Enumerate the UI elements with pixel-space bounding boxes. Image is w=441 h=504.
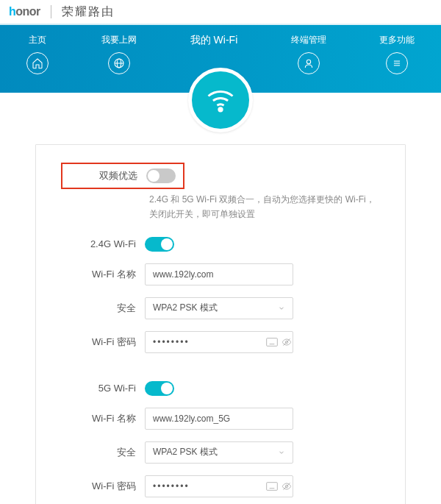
band24-name-row: Wi-Fi 名称	[61, 263, 380, 285]
dual-band-label: 双频优选	[67, 169, 146, 182]
band24-security-select[interactable]: WPA2 PSK 模式	[145, 297, 293, 319]
dual-band-highlight: 双频优选	[61, 163, 184, 189]
band5-password-input[interactable]	[153, 481, 263, 491]
nav-item-internet[interactable]: 我要上网	[101, 34, 137, 74]
band5-title: 5G Wi-Fi	[61, 383, 145, 394]
band24-password-input[interactable]	[153, 337, 263, 347]
band24-name-label: Wi-Fi 名称	[61, 268, 145, 281]
nav-item-home[interactable]: 主页	[26, 34, 49, 74]
band5-security-select[interactable]: WPA2 PSK 模式	[145, 441, 293, 464]
band5-security-value: WPA2 PSK 模式	[153, 446, 218, 458]
settings-card: 双频优选 2.4G 和 5G Wi-Fi 双频合一，自动为您选择更快的 Wi-F…	[35, 144, 406, 504]
band24-security-label: 安全	[61, 302, 145, 315]
nav-label: 更多功能	[379, 34, 415, 46]
nav-label: 我的 Wi-Fi	[190, 34, 238, 47]
dual-band-row: 双频优选	[61, 163, 380, 189]
band24-password-label: Wi-Fi 密码	[61, 336, 145, 349]
band24-password-wrap	[145, 331, 293, 353]
svg-rect-8	[267, 338, 278, 346]
band24-enable-row: 2.4G Wi-Fi	[61, 237, 380, 252]
svg-point-7	[219, 108, 222, 111]
band24-name-input[interactable]	[145, 263, 293, 285]
band24-toggle[interactable]	[145, 237, 174, 252]
nav-label: 主页	[29, 34, 46, 46]
nav-item-more[interactable]: 更多功能	[379, 34, 415, 74]
eye-off-icon[interactable]	[281, 337, 293, 347]
svg-point-3	[306, 60, 310, 63]
home-icon	[26, 52, 49, 74]
menu-icon	[386, 52, 408, 74]
chevron-down-icon	[278, 449, 285, 456]
globe-icon	[108, 52, 130, 74]
band5-password-row: Wi-Fi 密码	[61, 475, 380, 497]
chevron-down-icon	[278, 305, 285, 312]
nav-label: 我要上网	[101, 34, 137, 46]
header-divider	[51, 5, 51, 18]
keyboard-icon[interactable]	[266, 481, 278, 491]
band5-password-wrap	[145, 475, 293, 497]
user-icon	[298, 52, 320, 74]
band24-title: 2.4G Wi-Fi	[61, 238, 145, 249]
band5-enable-row: 5G Wi-Fi	[61, 381, 380, 396]
main-nav: 主页 我要上网 我的 Wi-Fi 终端管理 更多功能	[0, 25, 441, 93]
wifi-hero-icon	[188, 68, 253, 132]
band24-security-row: 安全 WPA2 PSK 模式	[61, 297, 380, 319]
band5-security-label: 安全	[61, 446, 145, 459]
svg-rect-16	[267, 482, 278, 490]
band24-security-value: WPA2 PSK 模式	[153, 302, 218, 314]
nav-label: 终端管理	[291, 34, 326, 46]
nav-item-wifi[interactable]: 我的 Wi-Fi	[190, 34, 238, 53]
band24-password-row: Wi-Fi 密码	[61, 331, 380, 353]
logo-honor: honor	[9, 5, 40, 18]
band5-password-label: Wi-Fi 密码	[61, 480, 145, 493]
dual-band-description: 2.4G 和 5G Wi-Fi 双频合一，自动为您选择更快的 Wi-Fi，关闭此…	[149, 192, 380, 222]
content-area: 双频优选 2.4G 和 5G Wi-Fi 双频合一，自动为您选择更快的 Wi-F…	[0, 144, 441, 504]
band5-name-label: Wi-Fi 名称	[61, 412, 145, 425]
band5-name-row: Wi-Fi 名称	[61, 408, 380, 430]
eye-off-icon[interactable]	[281, 481, 293, 491]
brand-text: 荣耀路由	[62, 4, 115, 20]
band5-name-input[interactable]	[145, 408, 293, 430]
nav-item-clients[interactable]: 终端管理	[291, 34, 326, 74]
band5-security-row: 安全 WPA2 PSK 模式	[61, 441, 380, 464]
keyboard-icon[interactable]	[266, 337, 278, 347]
dual-band-toggle[interactable]	[146, 168, 176, 183]
header-bar: honor 荣耀路由	[0, 0, 441, 24]
band5-toggle[interactable]	[145, 381, 174, 396]
